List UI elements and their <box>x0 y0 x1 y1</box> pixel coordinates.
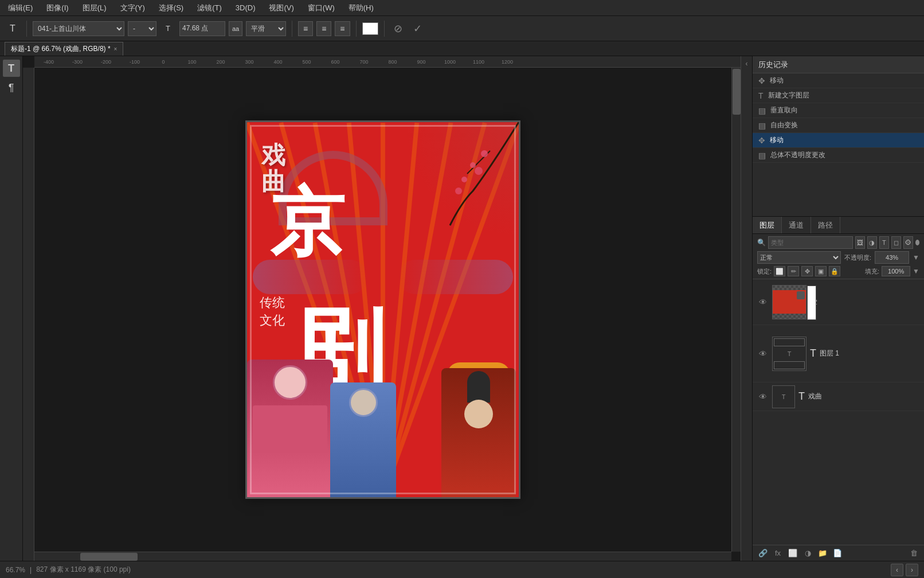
main-area: T ¶ -400 -300 -200 -100 0 100 200 300 40… <box>0 56 924 561</box>
font-style-select[interactable]: - <box>128 21 156 36</box>
poster-subtitle: 传统文化 <box>260 294 285 330</box>
fill-label: 填充: <box>865 267 879 276</box>
font-family-select[interactable]: 041-上首山川体 <box>33 21 124 36</box>
menu-image[interactable]: 图像(I) <box>43 2 72 14</box>
menu-view[interactable]: 视图(V) <box>265 2 297 14</box>
text-tool[interactable]: T <box>3 60 20 77</box>
delete-layer-icon[interactable]: 🗑 <box>908 548 919 559</box>
bottom-next-button[interactable]: › <box>906 564 918 576</box>
tab-close-button[interactable]: × <box>114 46 118 52</box>
fill-dropdown-icon[interactable]: ▼ <box>913 267 919 275</box>
blend-mode-select[interactable]: 正常 <box>757 251 841 264</box>
move-icon: ✥ <box>758 76 765 85</box>
layer-row-2[interactable]: 👁 2 <box>753 279 924 325</box>
panel-collapse-button[interactable]: ‹ <box>741 56 752 561</box>
wing-right <box>398 260 513 294</box>
font-size-input[interactable] <box>179 21 225 36</box>
lock-pixels-button[interactable]: ⬜ <box>774 266 785 276</box>
history-item-label: 总体不透明度更改 <box>770 150 825 160</box>
vertical-scrollbar[interactable] <box>731 68 741 552</box>
menu-help[interactable]: 帮助(H) <box>345 2 377 14</box>
layer-visibility-1[interactable]: 👁 <box>757 349 769 358</box>
lock-artboard-button[interactable]: ▣ <box>815 266 827 276</box>
menu-3d[interactable]: 3D(D) <box>232 2 259 13</box>
link-layers-icon[interactable]: 🔗 <box>757 548 769 559</box>
add-mask-icon[interactable]: ⬜ <box>787 548 798 559</box>
ruler-mark: 900 <box>407 59 436 65</box>
bottom-prev-button[interactable]: ‹ <box>891 564 903 576</box>
history-item-transform[interactable]: ▤ 自由变换 <box>753 118 924 133</box>
ruler-mark: 1000 <box>436 59 464 65</box>
opacity-input[interactable] <box>875 251 909 264</box>
fill-input[interactable] <box>882 266 910 276</box>
history-panel-title: 历史记录 <box>753 56 924 73</box>
align-right-button[interactable]: ≡ <box>335 21 350 36</box>
filter-image-icon[interactable]: 🖼 <box>855 236 865 249</box>
confirm-icon[interactable]: ✓ <box>410 21 426 37</box>
search-input[interactable] <box>768 236 853 249</box>
lock-all-button[interactable]: 🔒 <box>829 266 840 276</box>
menu-select[interactable]: 选择(S) <box>155 2 187 14</box>
menu-edit[interactable]: 编辑(E) <box>5 2 36 14</box>
branch-svg <box>404 122 519 237</box>
add-style-icon[interactable]: fx <box>772 548 784 559</box>
history-item-vertical[interactable]: ▤ 垂直取向 <box>753 103 924 118</box>
menu-layer[interactable]: 图层(L) <box>79 2 110 14</box>
doc-icon2: ▤ <box>758 121 766 130</box>
history-item-opacity[interactable]: ▤ 总体不透明度更改 <box>753 148 924 163</box>
cancel-icon[interactable]: ⊘ <box>390 21 406 37</box>
layer-thumbnail-xiqv: T <box>772 385 795 408</box>
layer-visibility-2[interactable]: 👁 <box>757 298 769 307</box>
layer-row-1[interactable]: 👁 T T 图层 1 <box>753 325 924 382</box>
menu-filter[interactable]: 滤镜(T) <box>194 2 225 14</box>
filter-dot <box>915 240 919 245</box>
history-panel: 历史记录 ✥ 移动 T 新建文字图层 ▤ 垂直取向 ▤ 自由变换 ✥ 移动 <box>753 56 924 217</box>
menu-text[interactable]: 文字(Y) <box>117 2 148 14</box>
filter-smart-icon[interactable]: ⭙ <box>903 236 913 249</box>
align-left-button[interactable]: ≡ <box>298 21 313 36</box>
filter-shape-icon[interactable]: ◻ <box>891 236 901 249</box>
antialiasing-select[interactable]: 平滑 <box>246 21 286 36</box>
ruler-mark: 400 <box>264 59 292 65</box>
doc-icon: ▤ <box>758 106 766 115</box>
text-color-swatch[interactable] <box>362 22 378 35</box>
toolbar: T 041-上首山川体 - T aa 平滑 ≡ ≡ ≡ ⊘ ✓ <box>0 16 924 41</box>
menu-bar: 编辑(E) 图像(I) 图层(L) 文字(Y) 选择(S) 滤镜(T) 3D(D… <box>0 0 924 16</box>
v-scroll-thumb[interactable] <box>733 69 741 115</box>
layer-controls: 🔍 🖼 ◑ T ◻ ⭙ 正常 不透明度: ▼ <box>753 234 924 279</box>
layer-visibility-xiqv[interactable]: 👁 <box>757 392 769 401</box>
tab-layers[interactable]: 图层 <box>753 217 782 233</box>
document-tab[interactable]: 标题-1 @ 66.7% (戏曲, RGB/8) * × <box>5 42 123 56</box>
menu-window[interactable]: 窗口(W) <box>304 2 338 14</box>
tab-channels[interactable]: 通道 <box>782 217 811 233</box>
filter-text-icon[interactable]: T <box>879 236 889 249</box>
svg-point-13 <box>455 188 462 194</box>
antialiasing-label: aa <box>229 21 242 36</box>
right-panel: 历史记录 ✥ 移动 T 新建文字图层 ▤ 垂直取向 ▤ 自由变换 ✥ 移动 <box>752 56 924 561</box>
opacity-dropdown-icon[interactable]: ▼ <box>913 253 919 261</box>
h-scroll-thumb[interactable] <box>80 553 138 561</box>
history-item-move2[interactable]: ✥ 移动 <box>753 133 924 148</box>
ruler-mark: 1100 <box>464 59 493 65</box>
align-center-button[interactable]: ≡ <box>316 21 331 36</box>
layer-row-xiqv[interactable]: 👁 T T 戏曲 <box>753 382 924 411</box>
history-item-newtext[interactable]: T 新建文字图层 <box>753 88 924 103</box>
horizontal-scrollbar[interactable] <box>34 552 731 561</box>
blend-row: 正常 不透明度: ▼ <box>757 251 919 264</box>
canvas-container[interactable]: 戏曲 京 剧 传统文化 <box>34 68 731 552</box>
paragraph-tool[interactable]: ¶ <box>3 79 20 96</box>
ruler-mark: 800 <box>378 59 407 65</box>
text-tool-icon: T <box>5 21 21 37</box>
new-layer-icon[interactable]: 📄 <box>832 548 843 559</box>
lock-draw-button[interactable]: ✏ <box>788 266 799 276</box>
filter-adjust-icon[interactable]: ◑ <box>867 236 877 249</box>
ruler-mark: 500 <box>292 59 321 65</box>
group-icon[interactable]: 📁 <box>817 548 828 559</box>
adjustment-icon[interactable]: ◑ <box>802 548 813 559</box>
separator3 <box>356 21 357 37</box>
ruler-mark: 300 <box>235 59 264 65</box>
history-item-move1[interactable]: ✥ 移动 <box>753 73 924 88</box>
tab-paths[interactable]: 路径 <box>811 217 840 233</box>
ruler-top: -400 -300 -200 -100 0 100 200 300 400 50… <box>34 56 741 68</box>
lock-move-button[interactable]: ✥ <box>801 266 813 276</box>
